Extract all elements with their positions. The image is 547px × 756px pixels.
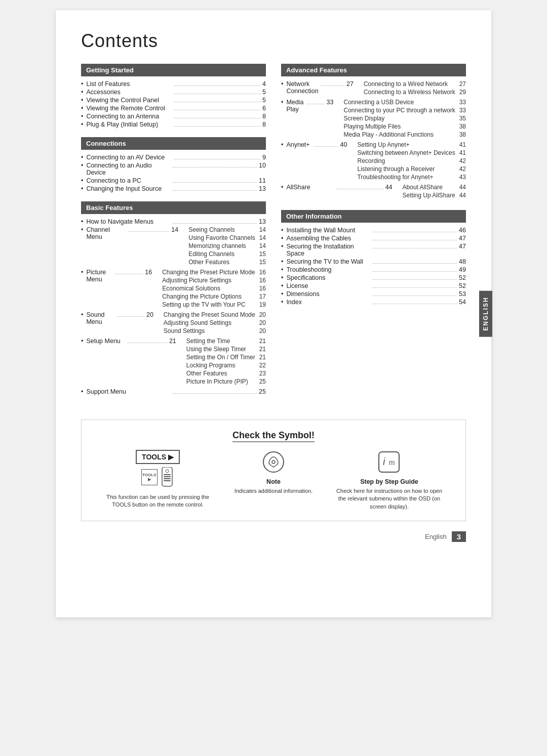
sub-item: Connecting a USB Device33 — [344, 99, 466, 106]
toc-dots — [173, 223, 257, 224]
toc-dots — [373, 287, 457, 288]
sub-item-text: Using the Sleep Timer — [186, 346, 255, 353]
toc-page-number: 52 — [459, 274, 466, 281]
toc-page-number: 25 — [259, 388, 266, 395]
toc-item: Installing the Wall Mount46 — [281, 227, 466, 234]
toc-page-number: 47 — [459, 235, 466, 242]
toc-item-text: Accessories — [86, 89, 172, 96]
sub-item-text: Editing Channels — [188, 250, 255, 258]
sub-item-text: Locking Programs — [186, 362, 255, 369]
sub-item: Changing the Preset Sound Mode20 — [164, 311, 266, 318]
toc-item: Channel Menu14Seeing Channels14Using Fav… — [81, 226, 266, 268]
toc-dots — [174, 126, 260, 127]
note-icon-area — [261, 450, 286, 474]
note-desc: Indicates additional information. — [235, 487, 313, 495]
toc-item: AllShare44About AllShare44Setting Up All… — [281, 184, 466, 201]
toc-item-text: Assembling the Cables — [286, 235, 370, 242]
sub-item: Switching between Anynet+ Devices41 — [358, 149, 466, 156]
toc-page-number: 33 — [327, 99, 334, 106]
sub-item: Locking Programs22 — [186, 362, 266, 369]
toc-dots — [336, 189, 383, 189]
toc-section: Getting StartedList of Features4Accessor… — [81, 64, 266, 128]
sub-item: Memorizing channels14 — [188, 242, 266, 249]
toc-item: Specifications52 — [281, 274, 466, 281]
sub-item-page: 43 — [459, 174, 466, 181]
toc-dots — [174, 102, 260, 102]
sub-item-text: Setting Up Anynet+ — [358, 141, 455, 148]
toc-dots — [373, 263, 457, 264]
toc-dots — [173, 167, 257, 167]
toc-item-text: Network Connection — [286, 80, 318, 95]
sub-item-page: 33 — [459, 107, 466, 114]
sub-item-text: Economical Solutions — [162, 285, 255, 292]
toc-item-text: Media Play — [286, 99, 304, 113]
note-icon — [261, 450, 286, 474]
sub-item-text: Recording — [358, 157, 455, 164]
toc-item: How to Navigate Menus13 — [81, 218, 266, 225]
toc-item: Sound Menu20Changing the Preset Sound Mo… — [81, 311, 266, 337]
toc-page-number: 21 — [169, 338, 176, 345]
sub-item: Connecting to a Wired Network27 — [364, 80, 466, 88]
sub-item-text: Connecting to a Wired Network — [364, 80, 455, 88]
toc-page-number: 10 — [259, 162, 266, 169]
toc-page-number: 27 — [346, 80, 354, 88]
toc-item: Media Play33Connecting a USB Device33Con… — [281, 99, 466, 140]
sbsg-label: Step by Step Guide — [360, 478, 418, 485]
tools-small-box: TOOLS▶ — [141, 469, 158, 485]
symbol-title: Check the Symbol! — [97, 430, 450, 441]
sub-item-page: 21 — [259, 338, 266, 345]
toc-item: Securing the TV to the Wall48 — [281, 258, 466, 265]
toc-dots — [173, 182, 257, 183]
toc-item-text: Changing the Input Source — [86, 185, 170, 192]
toc-dots — [116, 316, 144, 317]
sub-item-text: Listening through a Receiver — [358, 165, 455, 173]
svg-rect-4 — [164, 478, 171, 479]
section-header: Other Information — [281, 210, 466, 223]
sub-item-text: Playing Multiple Files — [344, 123, 455, 130]
toc-item-text: Setup Menu — [86, 338, 126, 345]
toc-item: Support Menu25 — [81, 388, 266, 395]
toc-dots — [306, 104, 325, 104]
toc-item: Anynet+40Setting Up Anynet+41Switching b… — [281, 141, 466, 183]
toc-item-text: Support Menu — [86, 388, 170, 395]
toc-item: Troubleshooting49 — [281, 266, 466, 273]
english-tab: ENGLISH — [479, 290, 492, 337]
toc-page-number: 9 — [262, 154, 266, 161]
toc-page-number: 16 — [145, 269, 152, 276]
toc-page-number: 53 — [459, 290, 466, 298]
sub-item-text: Setting up the TV with Your PC — [162, 301, 255, 308]
sub-item-page: 41 — [459, 149, 466, 156]
toc-dots — [321, 86, 344, 86]
sub-item-text: Connecting to your PC through a network — [344, 107, 455, 114]
sub-item-text: Sound Settings — [164, 327, 255, 334]
sbsg-icon: i m — [377, 450, 401, 474]
toc-item-text: Securing the TV to the Wall — [286, 258, 370, 265]
toc-section: Other InformationInstalling the Wall Mou… — [281, 210, 466, 306]
sub-item-page: 14 — [259, 242, 266, 249]
sub-item-text: Picture In Picture (PIP) — [186, 378, 255, 385]
toc-page-number: 40 — [340, 141, 347, 148]
sub-item-page: 21 — [259, 346, 266, 353]
toc-page-number: 8 — [262, 113, 266, 120]
toc-item-text: Anynet+ — [286, 141, 311, 148]
footer-language: English — [425, 533, 447, 540]
toc-item: Connecting to a PC11 — [81, 177, 266, 184]
toc-dots — [115, 274, 143, 274]
sub-item-text: Other Features — [188, 259, 255, 266]
section-header: Getting Started — [81, 64, 266, 76]
sub-item-text: Adjusting Picture Settings — [162, 277, 255, 284]
sbsg-symbol: i m Step by Step Guide Check here for in… — [333, 450, 445, 511]
tools-icon-area: TOOLS ▶ TOOLS▶ — [136, 450, 180, 487]
toc-dots — [373, 248, 457, 248]
toc-page-number: 14 — [171, 226, 178, 233]
sub-item-page: 14 — [259, 226, 266, 233]
sub-item-page: 16 — [259, 277, 266, 284]
toc-item-text: Connecting to an Audio Device — [86, 162, 170, 176]
toc-item-text: Connecting to a PC — [86, 177, 170, 184]
toc-item: Viewing the Control Panel5 — [81, 97, 266, 104]
sub-item-page: 38 — [459, 123, 466, 130]
toc-item-text: How to Navigate Menus — [86, 218, 170, 225]
sub-item-page: 44 — [459, 184, 466, 191]
right-column: Advanced FeaturesNetwork Connection27Con… — [281, 64, 466, 404]
sub-item-page: 17 — [259, 293, 266, 300]
